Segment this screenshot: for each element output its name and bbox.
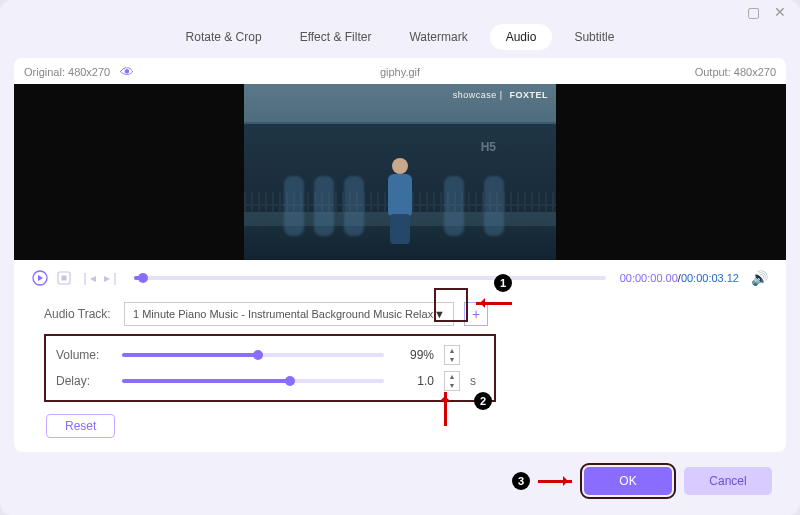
- output-size-label: Output: 480x270: [695, 66, 776, 78]
- next-frame-icon[interactable]: ▸❘: [104, 270, 120, 286]
- reset-button[interactable]: Reset: [46, 414, 115, 438]
- tab-rotate-crop[interactable]: Rotate & Crop: [170, 24, 278, 50]
- annotation-arrow-3: [538, 480, 572, 483]
- delay-spinner[interactable]: ▲▼: [444, 371, 460, 391]
- volume-value: 99%: [394, 348, 434, 362]
- dialog-footer: 3 OK Cancel: [512, 467, 772, 495]
- stop-icon[interactable]: [56, 270, 72, 286]
- tab-effect-filter[interactable]: Effect & Filter: [284, 24, 388, 50]
- frame-overlay-text: H5: [481, 140, 496, 154]
- volume-label: Volume:: [56, 348, 112, 362]
- prev-frame-icon[interactable]: ❘◂: [80, 270, 96, 286]
- time-display: 00:00:00.00/00:00:03.12: [620, 272, 739, 284]
- volume-spinner[interactable]: ▲▼: [444, 345, 460, 365]
- volume-icon[interactable]: 🔊: [751, 270, 768, 286]
- content-panel: Original: 480x270 👁 giphy.gif Output: 48…: [14, 58, 786, 452]
- time-duration: 00:00:03.12: [681, 272, 739, 284]
- tab-bar: Rotate & Crop Effect & Filter Watermark …: [0, 24, 800, 50]
- time-current: 00:00:00.00: [620, 272, 678, 284]
- play-icon[interactable]: [32, 270, 48, 286]
- ok-button[interactable]: OK: [584, 467, 672, 495]
- audio-track-label: Audio Track:: [44, 307, 124, 321]
- audio-controls: Audio Track: 1 Minute Piano Music - Inst…: [14, 292, 786, 438]
- pillarbox-right: [556, 84, 786, 260]
- original-size-label: Original: 480x270: [24, 66, 110, 78]
- audio-track-value: 1 Minute Piano Music - Instrumental Back…: [133, 308, 434, 320]
- tab-watermark[interactable]: Watermark: [393, 24, 483, 50]
- pillarbox-left: [14, 84, 244, 260]
- delay-slider[interactable]: [122, 379, 384, 383]
- video-watermark: showcase | FOXTEL: [453, 90, 548, 100]
- player-controls: ❘◂ ▸❘ 00:00:00.00/00:00:03.12 🔊: [14, 260, 786, 292]
- chevron-down-icon: ▼: [434, 308, 445, 320]
- video-frame[interactable]: H5 showcase | FOXTEL: [244, 84, 556, 260]
- window-titlebar: ▢ ✕: [0, 0, 800, 20]
- maximize-icon[interactable]: ▢: [747, 5, 760, 19]
- tab-audio[interactable]: Audio: [490, 24, 553, 50]
- seek-bar[interactable]: [134, 276, 606, 280]
- volume-slider[interactable]: [122, 353, 384, 357]
- close-icon[interactable]: ✕: [774, 5, 786, 19]
- video-preview: H5 showcase | FOXTEL: [14, 84, 786, 260]
- delay-value: 1.0: [394, 374, 434, 388]
- tab-subtitle[interactable]: Subtitle: [558, 24, 630, 50]
- editor-window: ▢ ✕ Rotate & Crop Effect & Filter Waterm…: [0, 0, 800, 515]
- add-track-button[interactable]: +: [464, 302, 488, 326]
- svg-rect-3: [62, 276, 67, 281]
- audio-track-dropdown[interactable]: 1 Minute Piano Music - Instrumental Back…: [124, 302, 454, 326]
- annotation-number-3: 3: [512, 472, 530, 490]
- compare-eye-icon[interactable]: 👁: [120, 64, 134, 80]
- delay-unit: s: [470, 374, 484, 388]
- sliders-group: Volume: 99% ▲▼ Delay: 1.0 ▲▼ s: [44, 334, 496, 402]
- delay-label: Delay:: [56, 374, 112, 388]
- filename-label: giphy.gif: [380, 66, 420, 78]
- meta-bar: Original: 480x270 👁 giphy.gif Output: 48…: [14, 58, 786, 82]
- svg-marker-1: [38, 275, 43, 281]
- cancel-button[interactable]: Cancel: [684, 467, 772, 495]
